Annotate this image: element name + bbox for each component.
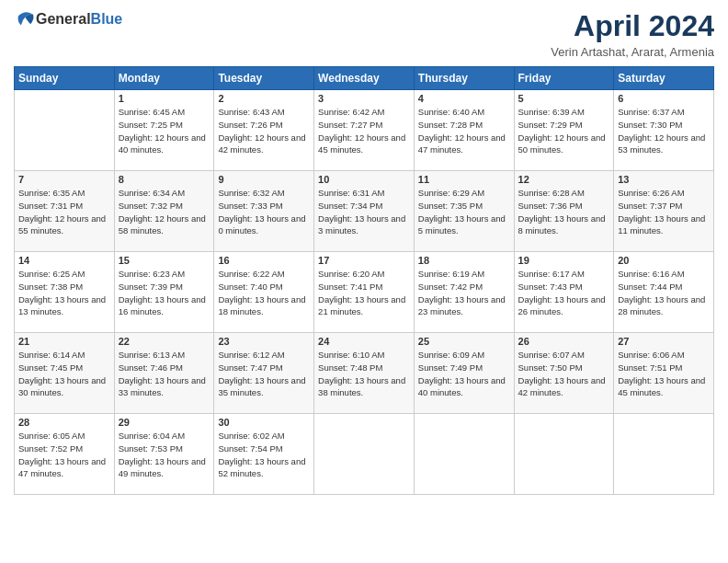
- day-info: Sunrise: 6:04 AM Sunset: 7:53 PM Dayligh…: [119, 430, 210, 480]
- sunrise: Sunrise: 6:23 AM: [119, 269, 185, 279]
- day-cell: [314, 414, 415, 495]
- page: GeneralBlue April 2024 Verin Artashat, A…: [0, 0, 728, 563]
- week-row-2: 14 Sunrise: 6:25 AM Sunset: 7:38 PM Dayl…: [15, 252, 714, 333]
- daylight: Daylight: 12 hours and 40 minutes.: [119, 132, 206, 155]
- day-info: Sunrise: 6:10 AM Sunset: 7:48 PM Dayligh…: [318, 349, 410, 399]
- col-sunday: Sunday: [15, 67, 115, 90]
- day-number: 27: [618, 336, 710, 347]
- day-info: Sunrise: 6:25 AM Sunset: 7:38 PM Dayligh…: [18, 268, 110, 318]
- col-friday: Friday: [514, 67, 614, 90]
- day-number: 18: [418, 255, 510, 266]
- day-info: Sunrise: 6:26 AM Sunset: 7:37 PM Dayligh…: [618, 187, 710, 237]
- day-cell: 23 Sunrise: 6:12 AM Sunset: 7:47 PM Dayl…: [214, 333, 314, 414]
- day-info: Sunrise: 6:17 AM Sunset: 7:43 PM Dayligh…: [518, 268, 610, 318]
- day-number: 22: [119, 336, 210, 347]
- day-cell: 16 Sunrise: 6:22 AM Sunset: 7:40 PM Dayl…: [214, 252, 314, 333]
- sunrise: Sunrise: 6:20 AM: [318, 269, 384, 279]
- day-cell: 21 Sunrise: 6:14 AM Sunset: 7:45 PM Dayl…: [15, 333, 115, 414]
- day-number: 25: [418, 336, 510, 347]
- day-cell: 22 Sunrise: 6:13 AM Sunset: 7:46 PM Dayl…: [114, 333, 214, 414]
- sunset: Sunset: 7:42 PM: [418, 282, 483, 292]
- sunrise: Sunrise: 6:32 AM: [218, 188, 284, 198]
- day-cell: 26 Sunrise: 6:07 AM Sunset: 7:50 PM Dayl…: [514, 333, 614, 414]
- day-number: 19: [518, 255, 610, 266]
- day-info: Sunrise: 6:09 AM Sunset: 7:49 PM Dayligh…: [418, 349, 510, 399]
- sunrise: Sunrise: 6:26 AM: [618, 188, 684, 198]
- sunset: Sunset: 7:36 PM: [518, 201, 583, 211]
- day-cell: 11 Sunrise: 6:29 AM Sunset: 7:35 PM Dayl…: [414, 171, 514, 252]
- week-row-0: 1 Sunrise: 6:45 AM Sunset: 7:25 PM Dayli…: [15, 90, 714, 171]
- day-number: 14: [18, 255, 110, 266]
- day-cell: 2 Sunrise: 6:43 AM Sunset: 7:26 PM Dayli…: [214, 90, 314, 171]
- sunrise: Sunrise: 6:14 AM: [18, 350, 85, 360]
- sunrise: Sunrise: 6:19 AM: [418, 269, 484, 279]
- day-cell: 7 Sunrise: 6:35 AM Sunset: 7:31 PM Dayli…: [15, 171, 115, 252]
- day-number: 11: [418, 174, 510, 185]
- daylight: Daylight: 13 hours and 26 minutes.: [518, 294, 606, 317]
- daylight: Daylight: 13 hours and 13 minutes.: [18, 294, 106, 317]
- sunrise: Sunrise: 6:37 AM: [618, 107, 684, 117]
- day-info: Sunrise: 6:16 AM Sunset: 7:44 PM Dayligh…: [618, 268, 710, 318]
- day-number: 13: [618, 174, 710, 185]
- daylight: Daylight: 13 hours and 52 minutes.: [218, 456, 305, 479]
- sunrise: Sunrise: 6:28 AM: [518, 188, 585, 198]
- day-info: Sunrise: 6:19 AM Sunset: 7:42 PM Dayligh…: [418, 268, 510, 318]
- sunset: Sunset: 7:39 PM: [119, 282, 183, 292]
- header: GeneralBlue April 2024 Verin Artashat, A…: [14, 9, 714, 59]
- day-number: 6: [618, 93, 710, 104]
- sunrise: Sunrise: 6:42 AM: [318, 107, 384, 117]
- day-cell: 18 Sunrise: 6:19 AM Sunset: 7:42 PM Dayl…: [414, 252, 514, 333]
- day-info: Sunrise: 6:37 AM Sunset: 7:30 PM Dayligh…: [618, 106, 710, 156]
- day-cell: 29 Sunrise: 6:04 AM Sunset: 7:53 PM Dayl…: [114, 414, 214, 495]
- daylight: Daylight: 13 hours and 47 minutes.: [18, 456, 106, 479]
- sunrise: Sunrise: 6:34 AM: [119, 188, 185, 198]
- daylight: Daylight: 13 hours and 21 minutes.: [318, 294, 405, 317]
- col-wednesday: Wednesday: [314, 67, 415, 90]
- day-cell: 28 Sunrise: 6:05 AM Sunset: 7:52 PM Dayl…: [15, 414, 115, 495]
- sunrise: Sunrise: 6:07 AM: [518, 350, 585, 360]
- sunrise: Sunrise: 6:29 AM: [418, 188, 484, 198]
- day-number: 7: [18, 174, 110, 185]
- day-number: 17: [318, 255, 410, 266]
- day-cell: 19 Sunrise: 6:17 AM Sunset: 7:43 PM Dayl…: [514, 252, 614, 333]
- day-number: 26: [518, 336, 610, 347]
- daylight: Daylight: 13 hours and 18 minutes.: [218, 294, 305, 317]
- logo-text: GeneralBlue: [36, 11, 122, 28]
- sunset: Sunset: 7:35 PM: [418, 201, 483, 211]
- daylight: Daylight: 13 hours and 38 minutes.: [318, 375, 405, 398]
- sunset: Sunset: 7:38 PM: [18, 282, 83, 292]
- title-section: April 2024 Verin Artashat, Ararat, Armen…: [551, 9, 714, 59]
- day-info: Sunrise: 6:43 AM Sunset: 7:26 PM Dayligh…: [218, 106, 310, 156]
- day-cell: 15 Sunrise: 6:23 AM Sunset: 7:39 PM Dayl…: [114, 252, 214, 333]
- day-cell: [414, 414, 514, 495]
- day-cell: 30 Sunrise: 6:02 AM Sunset: 7:54 PM Dayl…: [214, 414, 314, 495]
- day-info: Sunrise: 6:40 AM Sunset: 7:28 PM Dayligh…: [418, 106, 510, 156]
- daylight: Daylight: 13 hours and 11 minutes.: [618, 213, 705, 236]
- sunrise: Sunrise: 6:39 AM: [518, 107, 585, 117]
- day-info: Sunrise: 6:35 AM Sunset: 7:31 PM Dayligh…: [18, 187, 110, 237]
- sunset: Sunset: 7:33 PM: [218, 201, 282, 211]
- day-cell: [15, 90, 115, 171]
- day-info: Sunrise: 6:31 AM Sunset: 7:34 PM Dayligh…: [318, 187, 410, 237]
- day-cell: 27 Sunrise: 6:06 AM Sunset: 7:51 PM Dayl…: [614, 333, 714, 414]
- sunrise: Sunrise: 6:10 AM: [318, 350, 384, 360]
- sunset: Sunset: 7:51 PM: [618, 362, 682, 373]
- day-number: 15: [119, 255, 210, 266]
- day-info: Sunrise: 6:28 AM Sunset: 7:36 PM Dayligh…: [518, 187, 610, 237]
- sunrise: Sunrise: 6:45 AM: [119, 107, 185, 117]
- day-number: 20: [618, 255, 710, 266]
- daylight: Daylight: 12 hours and 53 minutes.: [618, 132, 705, 155]
- day-info: Sunrise: 6:02 AM Sunset: 7:54 PM Dayligh…: [218, 430, 310, 480]
- col-thursday: Thursday: [414, 67, 514, 90]
- day-info: Sunrise: 6:34 AM Sunset: 7:32 PM Dayligh…: [119, 187, 210, 237]
- day-number: 5: [518, 93, 610, 104]
- day-cell: 3 Sunrise: 6:42 AM Sunset: 7:27 PM Dayli…: [314, 90, 415, 171]
- week-row-4: 28 Sunrise: 6:05 AM Sunset: 7:52 PM Dayl…: [15, 414, 714, 495]
- day-cell: 24 Sunrise: 6:10 AM Sunset: 7:48 PM Dayl…: [314, 333, 415, 414]
- sunset: Sunset: 7:43 PM: [518, 282, 583, 292]
- sunrise: Sunrise: 6:35 AM: [18, 188, 85, 198]
- sunrise: Sunrise: 6:09 AM: [418, 350, 484, 360]
- day-cell: 1 Sunrise: 6:45 AM Sunset: 7:25 PM Dayli…: [114, 90, 214, 171]
- logo-icon: [16, 9, 36, 29]
- daylight: Daylight: 13 hours and 23 minutes.: [418, 294, 506, 317]
